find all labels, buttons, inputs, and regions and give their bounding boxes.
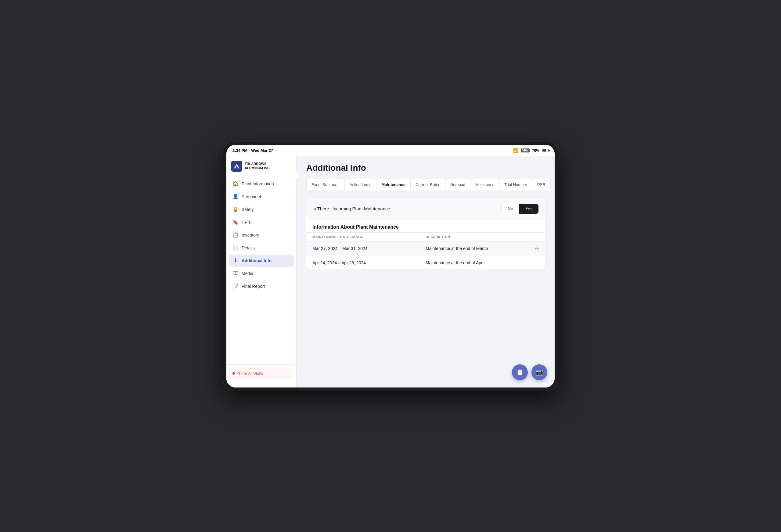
- sidebar-item-additional-info[interactable]: ℹ Additional Info: [229, 255, 294, 267]
- section-title: Information About Plant Maintenance: [306, 220, 545, 232]
- sidebar-item-safety[interactable]: 🔒 Safety: [229, 203, 294, 216]
- info-icon: ℹ: [233, 258, 239, 264]
- sidebar-item-label: Additional Info: [242, 258, 272, 263]
- content-card: Is There Upcoming Plant Maintenance No Y…: [306, 198, 545, 269]
- description-text-2: Maintenance at the end of April: [425, 260, 485, 265]
- sidebar-bottom: Go to All Visits: [227, 364, 296, 383]
- tab-current-rates[interactable]: Current Rates: [410, 179, 445, 190]
- camera-fab-icon: 📷: [536, 368, 543, 376]
- main-content: Additional Info Exec. Summa... Action It…: [296, 156, 554, 388]
- sidebar-item-hfis[interactable]: 🔖 HFIs: [229, 216, 294, 228]
- notes-fab[interactable]: 📋: [512, 364, 528, 380]
- toggle-group: No Yes: [501, 204, 539, 214]
- time: 2:34 PM: [233, 148, 247, 153]
- page-title: Additional Info: [306, 163, 545, 173]
- date-range-1: Mar 27, 2024 – Mar 31, 2024: [313, 246, 425, 251]
- table-row: Mar 27, 2024 – Mar 31, 2024 Maintenance …: [306, 241, 545, 256]
- person-icon: 👤: [233, 193, 239, 200]
- nav-items: 🏠 Plant Information 👤 Personnel 🔒 Safety…: [227, 178, 296, 364]
- sidebar-item-details[interactable]: 📄 Details: [229, 242, 294, 254]
- bookmark-icon: 🔖: [233, 219, 239, 225]
- tab-milestones[interactable]: Milestones: [470, 179, 499, 190]
- sidebar-item-label: Media: [242, 271, 253, 276]
- description-cell-1: Maintenance at the end of March ✏: [425, 246, 539, 252]
- tab-psr[interactable]: PSR: [532, 179, 551, 190]
- edit-icon-1[interactable]: ✏: [535, 246, 539, 252]
- report-icon: 📝: [233, 283, 239, 289]
- sidebar-item-label: Inventory: [242, 233, 259, 237]
- maintenance-question-row: Is There Upcoming Plant Maintenance No Y…: [306, 198, 545, 220]
- home-icon: 🏠: [233, 181, 239, 187]
- wifi-icon: 📶: [513, 148, 518, 153]
- tab-notepad[interactable]: Notepad: [445, 179, 470, 190]
- go-dot-icon: [233, 372, 235, 375]
- sidebar-item-label: Plant Information: [242, 181, 274, 186]
- sidebar-item-label: HFIs: [242, 220, 251, 225]
- photo-icon: 🖼: [233, 270, 239, 276]
- maintenance-question-text: Is There Upcoming Plant Maintenance: [313, 206, 390, 211]
- tabs: Exec. Summa... Action Items Maintenance …: [306, 179, 545, 191]
- logo-icon: [231, 161, 242, 172]
- description-text-1: Maintenance at the end of March: [425, 246, 488, 251]
- tab-maintenance[interactable]: Maintenance: [376, 179, 411, 190]
- date-range-2: Apr 24, 2024 – Apr 26, 2024: [313, 260, 425, 265]
- collapse-button[interactable]: ‹: [293, 171, 300, 178]
- status-bar: 2:34 PM Wed Mar 27 📶 VPN 70%: [227, 145, 554, 156]
- logo-area: TRI-ARROWS ALUMINUM INC.: [227, 161, 296, 178]
- sidebar-item-final-report[interactable]: 📝 Final Report: [229, 280, 294, 293]
- sidebar-item-media[interactable]: 🖼 Media: [229, 267, 294, 279]
- header-description: DESCRIPTION: [425, 235, 539, 239]
- camera-fab[interactable]: 📷: [531, 364, 547, 380]
- sidebar-item-plant-information[interactable]: 🏠 Plant Information: [229, 178, 294, 190]
- battery-fill: [542, 149, 546, 151]
- status-left: 2:34 PM Wed Mar 27: [233, 148, 273, 153]
- tab-trial-number[interactable]: Trial Number: [499, 179, 532, 190]
- sidebar-item-inventory[interactable]: 📋 Inventory: [229, 229, 294, 241]
- sidebar: TRI-ARROWS ALUMINUM INC. ‹ 🏠 Plant Infor…: [227, 156, 296, 388]
- description-cell-2: Maintenance at the end of April: [425, 260, 539, 265]
- lock-icon: 🔒: [233, 207, 239, 213]
- sidebar-item-personnel[interactable]: 👤 Personnel: [229, 190, 294, 203]
- sidebar-item-label: Personnel: [242, 194, 261, 199]
- tab-exec-summary[interactable]: Exec. Summa...: [306, 179, 345, 190]
- sidebar-item-label: Safety: [242, 207, 254, 212]
- tab-action-items[interactable]: Action Items: [344, 179, 377, 190]
- battery-icon: [542, 149, 548, 152]
- logo-line2: ALUMINUM INC.: [245, 166, 271, 170]
- sidebar-item-label: Final Report: [242, 284, 265, 289]
- app-container: TRI-ARROWS ALUMINUM INC. ‹ 🏠 Plant Infor…: [227, 156, 554, 388]
- status-right: 📶 VPN 70%: [513, 148, 548, 153]
- vpn-badge: VPN: [521, 148, 530, 152]
- toggle-yes-button[interactable]: Yes: [519, 204, 538, 214]
- logo-text: TRI-ARROWS ALUMINUM INC.: [245, 162, 271, 170]
- battery-percent: 70%: [532, 148, 539, 153]
- ipad-frame: 2:34 PM Wed Mar 27 📶 VPN 70%: [223, 141, 558, 391]
- clipboard-icon: 📋: [233, 232, 239, 238]
- table-row: Apr 24, 2024 – Apr 26, 2024 Maintenance …: [306, 256, 545, 269]
- fab-container: 📋 📷: [512, 364, 547, 380]
- ipad-screen: 2:34 PM Wed Mar 27 📶 VPN 70%: [227, 145, 554, 388]
- sidebar-item-label: Details: [242, 246, 255, 250]
- date: Wed Mar 27: [251, 148, 273, 153]
- logo-line1: TRI-ARROWS: [245, 162, 271, 166]
- header-date-range: MAINTENANCE DATE RANGE: [313, 235, 425, 239]
- table-header: MAINTENANCE DATE RANGE DESCRIPTION: [306, 232, 545, 241]
- notes-fab-icon: 📋: [516, 368, 524, 376]
- toggle-no-button[interactable]: No: [501, 204, 519, 214]
- go-to-visits-button[interactable]: Go to All Visits: [229, 368, 294, 379]
- go-to-visits-label: Go to All Visits: [237, 371, 263, 376]
- document-icon: 📄: [233, 245, 239, 251]
